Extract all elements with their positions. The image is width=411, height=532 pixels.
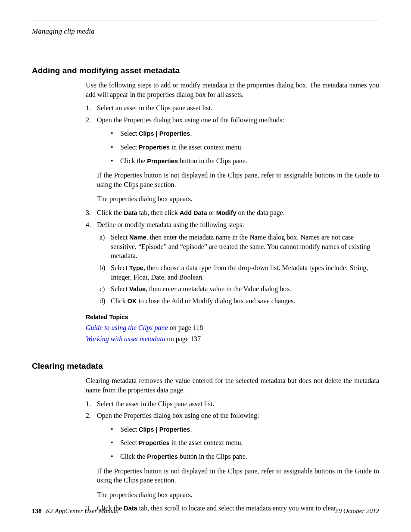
t: Open the Properties dialog box using one…: [97, 412, 259, 419]
t: Click the: [97, 209, 124, 216]
t: Value: [129, 286, 146, 292]
t: Select: [111, 233, 129, 241]
t: tab, then click: [137, 209, 180, 216]
t: .: [190, 426, 192, 433]
t: in the asset context menu.: [170, 439, 243, 446]
step-2-text: Open the Properties dialog box using one…: [97, 116, 284, 124]
t: Properties: [139, 439, 170, 446]
t: Select: [120, 426, 139, 433]
doc-title: K2 AppCenter User Manual: [46, 507, 118, 514]
s2-bullet-3: Click the Properties button in the Clips…: [111, 452, 379, 461]
footer-left: 138 K2 AppCenter User Manual: [32, 507, 119, 515]
numbered-steps-2: Select the asset in the Clips pane asset…: [86, 399, 379, 513]
t: Clips | Properties: [139, 426, 190, 433]
section-title-adding: Adding and modifying asset metadata: [32, 66, 379, 75]
section1-body: Use the following steps to add or modify…: [86, 81, 379, 343]
numbered-steps-1: Select an asset in the Clips pane asset …: [86, 103, 379, 305]
t: in the asset context menu.: [170, 143, 243, 151]
t: Properties: [139, 144, 170, 151]
intro-para-2: Clearing metadata removes the value ente…: [86, 376, 379, 395]
t: Modify: [216, 209, 237, 216]
t: on page 137: [165, 335, 201, 342]
note-2: The properties dialog box appears.: [97, 194, 379, 204]
t: on the data page.: [237, 209, 285, 216]
letter-c: Select Value, then enter a metadata valu…: [100, 284, 379, 294]
t: Select: [111, 285, 129, 292]
footer: 138 K2 AppCenter User Manual 29 October …: [32, 507, 379, 515]
t: button in the Clips pane.: [178, 453, 247, 460]
t: Clips | Properties: [139, 130, 190, 137]
t: .: [190, 130, 192, 137]
bullets-2: Select Clips | Properties. Select Proper…: [97, 425, 379, 461]
section-title-clearing: Clearing metadata: [32, 361, 379, 371]
t: Select: [120, 143, 139, 151]
related-topics-heading: Related Topics: [86, 313, 379, 321]
page: Managing clip media Adding and modifying…: [0, 0, 411, 532]
t: Name: [129, 234, 146, 241]
step-2: Open the Properties dialog box using one…: [86, 115, 379, 204]
related-link-2[interactable]: Working with asset metadata: [86, 335, 165, 342]
t: Data: [124, 209, 137, 216]
s2-step-1: Select the asset in the Clips pane asset…: [86, 399, 379, 409]
step-3: Click the Data tab, then click Add Data …: [86, 208, 379, 218]
t: or: [207, 209, 216, 216]
bullet-3: Click the Properties button in the Clips…: [111, 156, 379, 166]
t: Click: [111, 297, 128, 305]
t: Click the: [120, 453, 147, 460]
s2-note-1: If the Properties button is not displaye…: [97, 467, 379, 485]
letter-a: Select Name, then enter the metadata nam…: [100, 233, 379, 261]
related-link-1[interactable]: Guide to using the Clips pane: [86, 324, 168, 331]
t: , then enter the metadata name in the Na…: [111, 233, 371, 259]
t: on page 118: [168, 324, 203, 331]
s2-bullet-2: Select Properties in the asset context m…: [111, 438, 379, 448]
t: Properties: [147, 453, 178, 460]
t: Properties: [147, 158, 178, 165]
t: Select: [111, 264, 129, 271]
lettered-steps: Select Name, then enter the metadata nam…: [97, 233, 379, 305]
step-1: Select an asset in the Clips pane asset …: [86, 103, 379, 113]
t: Click the: [120, 157, 147, 165]
t: Select: [120, 130, 139, 137]
t: button in the Clips pane.: [178, 157, 247, 165]
s2-note-2: The properties dialog box appears.: [97, 490, 379, 500]
footer-date: 29 October 2012: [335, 507, 379, 515]
s2-step-2: Open the Properties dialog box using one…: [86, 411, 379, 499]
related-2: Working with asset metadata on page 137: [86, 334, 379, 344]
section2-body: Clearing metadata removes the value ente…: [86, 376, 379, 513]
related-1: Guide to using the Clips pane on page 11…: [86, 323, 379, 333]
top-rule: [32, 21, 379, 21]
page-number: 138: [32, 507, 42, 514]
t: Define or modify metadata using the foll…: [97, 221, 244, 228]
t: OK: [128, 298, 137, 305]
bullets-1: Select Clips | Properties. Select Proper…: [97, 129, 379, 165]
t: to close the Add or Modify dialog box an…: [137, 297, 295, 305]
letter-b: Select Type, then choose a data type fro…: [100, 263, 379, 282]
t: , then enter a metadata value in the Val…: [146, 285, 292, 292]
t: Add Data: [180, 209, 207, 216]
t: Type: [129, 264, 143, 271]
bullet-1: Select Clips | Properties.: [111, 129, 379, 138]
s2-bullet-1: Select Clips | Properties.: [111, 425, 379, 434]
bullet-2: Select Properties in the asset context m…: [111, 143, 379, 152]
letter-d: Click OK to close the Add or Modify dial…: [100, 296, 379, 306]
intro-para: Use the following steps to add or modify…: [86, 81, 379, 99]
note-1: If the Properties button is not displaye…: [97, 171, 379, 189]
running-head: Managing clip media: [32, 27, 379, 36]
t: Select: [120, 439, 139, 446]
step-4: Define or modify metadata using the foll…: [86, 220, 379, 306]
t: , then choose a data type from the drop-…: [111, 264, 368, 281]
